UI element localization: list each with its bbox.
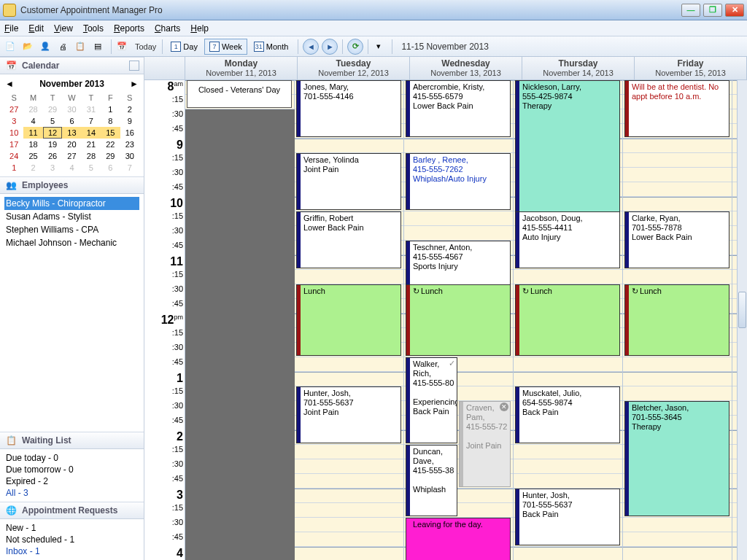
appointment[interactable]: ↻Lunch [624, 284, 729, 356]
menu-file[interactable]: File [4, 23, 18, 34]
new-icon[interactable]: 📄 [3, 39, 18, 54]
appointment[interactable]: Jacobson, Doug,415-555-4411Auto Injury [515, 211, 620, 268]
day-header[interactable]: WednesdayNovember 13, 2013 [410, 57, 522, 79]
waiting-due-today[interactable]: Due today - 0 [6, 452, 138, 464]
minimize-button[interactable]: — [681, 4, 700, 17]
waiting-all[interactable]: All - 3 [6, 487, 138, 499]
mini-cal-day[interactable]: 30 [62, 104, 81, 115]
appointment[interactable]: Duncan, Dave,415-555-38Whiplash [406, 445, 457, 516]
open-icon[interactable]: 📂 [20, 39, 35, 54]
close-button[interactable]: ✕ [725, 4, 744, 17]
mini-cal-day[interactable]: 6 [101, 162, 120, 174]
appointment[interactable]: Jones, Mary,701-555-4146 [296, 80, 401, 137]
today-button[interactable]: Today [135, 42, 156, 51]
menu-view[interactable]: View [54, 23, 73, 34]
mini-cal-day[interactable]: 6 [62, 115, 81, 127]
mini-cal-day[interactable]: 9 [120, 115, 139, 127]
appointment[interactable]: Will be at the dentist. No appt before 1… [624, 80, 729, 137]
mini-cal-day[interactable]: 19 [43, 139, 62, 150]
refresh-icon[interactable]: ⟳ [347, 39, 363, 55]
calendar-panel-header[interactable]: 📅 Calendar [0, 57, 144, 74]
appointment[interactable]: Hunter, Josh,701-555-5637Joint Pain [296, 386, 401, 443]
mini-cal-day[interactable]: 1 [4, 162, 23, 174]
mini-cal-day[interactable]: 27 [4, 104, 23, 115]
employee-item[interactable]: Michael Johnson - Mechanic [4, 236, 139, 249]
appointment[interactable]: Abercrombie, Kristy,415-555-6579Lower Ba… [406, 80, 511, 137]
mini-cal-day[interactable]: 12 [43, 127, 62, 139]
apptreq-new[interactable]: New - 1 [6, 522, 138, 534]
view-day-button[interactable]: 1Day [166, 39, 203, 55]
prev-month-icon[interactable]: ◄ [4, 79, 15, 89]
appointment[interactable]: ✕Craven, Pam,415-555-72Joint Pain [459, 401, 511, 487]
next-month-icon[interactable]: ► [129, 79, 139, 89]
mini-cal-day[interactable]: 25 [23, 150, 42, 162]
appointment[interactable]: Leaving for the day. [406, 518, 511, 560]
appointment[interactable]: Griffin, RobertLower Back Pain [296, 211, 401, 268]
mini-cal-day[interactable]: 20 [62, 139, 81, 150]
mini-cal-day[interactable]: 17 [4, 139, 23, 150]
employee-item[interactable]: Stephen Williams - CPA [4, 223, 139, 236]
mini-cal-day[interactable]: 29 [101, 150, 120, 162]
mini-cal-day[interactable]: 21 [82, 139, 101, 150]
apptreq-inbox[interactable]: Inbox - 1 [6, 545, 138, 557]
mini-cal-day[interactable]: 13 [62, 127, 81, 139]
apptreq-panel-header[interactable]: 🌐 Appointment Requests [0, 502, 144, 519]
print-icon[interactable]: 🖨 [55, 39, 70, 54]
day-header[interactable]: TuesdayNovember 12, 2013 [298, 57, 410, 79]
appointment[interactable]: ✓Walker, Rich,415-555-80Experiencing Bac… [406, 357, 457, 443]
menu-tools[interactable]: Tools [83, 23, 104, 34]
appointment[interactable]: ↻Lunch [406, 284, 511, 356]
day-header[interactable]: FridayNovember 15, 2013 [635, 57, 747, 79]
appointment[interactable]: Lunch [296, 284, 401, 356]
waiting-expired[interactable]: Expired - 2 [6, 475, 138, 487]
mini-cal-day[interactable]: 18 [23, 139, 42, 150]
mini-cal-day[interactable]: 2 [23, 162, 42, 174]
appointment[interactable]: Versae, YolindaJoint Pain [296, 153, 401, 210]
view-month-button[interactable]: 31Month [249, 39, 294, 55]
list-icon[interactable]: 📋 [73, 39, 88, 54]
waiting-panel-header[interactable]: 📋 Waiting List [0, 432, 144, 449]
mini-cal-day[interactable]: 11 [23, 127, 42, 139]
prev-arrow-icon[interactable]: ◄ [303, 39, 319, 55]
mini-cal-day[interactable]: 30 [120, 150, 139, 162]
menu-charts[interactable]: Charts [155, 23, 180, 34]
day-header[interactable]: MondayNovember 11, 2013 [185, 57, 298, 79]
vertical-scrollbar[interactable] [737, 80, 747, 560]
mini-cal-day[interactable]: 24 [4, 150, 23, 162]
day-header[interactable]: ThursdayNovember 14, 2013 [522, 57, 635, 79]
mini-cal-day[interactable]: 15 [101, 127, 120, 139]
appointment[interactable]: Hunter, Josh,701-555-5637Back Pain [515, 489, 620, 545]
employees-panel-header[interactable]: 👥 Employees [0, 176, 144, 194]
mini-cal-day[interactable]: 7 [120, 162, 139, 174]
mini-cal-day[interactable]: 7 [82, 115, 101, 127]
calendar-icon[interactable]: 📅 [115, 39, 129, 54]
panel-toggle-icon[interactable] [129, 61, 139, 71]
employee-item[interactable]: Susan Adams - Stylist [4, 210, 139, 223]
mini-cal-day[interactable]: 29 [43, 104, 62, 115]
waiting-due-tomorrow[interactable]: Due tomorrow - 0 [6, 464, 138, 475]
appointment[interactable]: Musckatel, Julio,654-555-9874Back Pain [515, 386, 620, 443]
mini-cal-day[interactable]: 31 [82, 104, 101, 115]
grid-icon[interactable]: ▤ [90, 39, 105, 54]
mini-cal-day[interactable]: 28 [82, 150, 101, 162]
next-arrow-icon[interactable]: ► [322, 39, 338, 55]
view-week-button[interactable]: 7Week [204, 39, 247, 55]
mini-cal-day[interactable]: 2 [120, 104, 139, 115]
mini-cal-day[interactable]: 28 [23, 104, 42, 115]
mini-cal-day[interactable]: 1 [101, 104, 120, 115]
mini-cal-day[interactable]: 27 [62, 150, 81, 162]
mini-cal-day[interactable]: 5 [82, 162, 101, 174]
menu-edit[interactable]: Edit [28, 23, 44, 34]
mini-cal-day[interactable]: 3 [4, 115, 23, 127]
mini-cal-day[interactable]: 4 [23, 115, 42, 127]
menu-reports[interactable]: Reports [114, 23, 144, 34]
mini-cal-day[interactable]: 8 [101, 115, 120, 127]
mini-cal-day[interactable]: 16 [120, 127, 139, 139]
mini-cal-day[interactable]: 10 [4, 127, 23, 139]
user-icon[interactable]: 👤 [38, 39, 53, 54]
scrollbar-thumb[interactable] [738, 292, 746, 328]
mini-cal-day[interactable]: 26 [43, 150, 62, 162]
mini-cal-day[interactable]: 22 [101, 139, 120, 150]
appointment[interactable]: ↻Lunch [515, 284, 620, 356]
apptreq-notsched[interactable]: Not scheduled - 1 [6, 534, 138, 545]
